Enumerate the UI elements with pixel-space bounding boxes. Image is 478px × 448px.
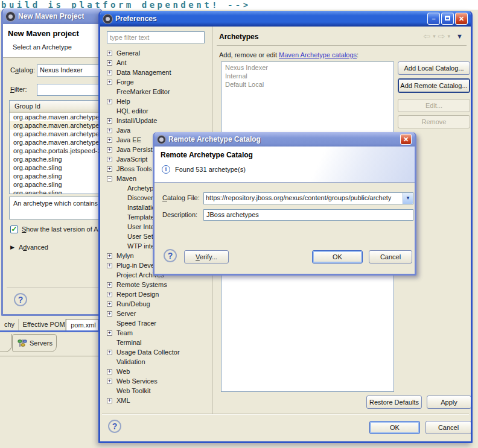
table-row[interactable]: org.apache.maven.archetypes — [10, 113, 100, 121]
preferences-titlebar[interactable]: Preferences – ✕ — [100, 11, 471, 27]
tree-expander-icon[interactable]: + — [107, 301, 112, 307]
help-icon[interactable]: ? — [108, 420, 121, 433]
tree-expander-icon[interactable]: + — [107, 147, 112, 153]
editor-tab[interactable]: Effective POM — [19, 319, 66, 331]
help-icon[interactable]: ? — [14, 293, 27, 306]
cancel-button[interactable]: Cancel — [425, 421, 471, 434]
tree-item[interactable]: Web Toolkit — [107, 386, 213, 396]
tree-expander-icon[interactable]: + — [107, 137, 112, 143]
tree-expander-icon[interactable]: + — [107, 311, 112, 317]
tree-item[interactable]: + XML — [107, 396, 213, 405]
table-row[interactable]: org.apache.sling — [10, 163, 100, 172]
catalog-list-item[interactable]: Nexus Indexer — [221, 63, 394, 72]
catalog-list-item[interactable]: Default Local — [221, 80, 394, 89]
tree-item[interactable]: + Web Services — [107, 376, 213, 386]
back-menu-caret-icon[interactable]: ▾ — [433, 33, 436, 39]
tree-item[interactable]: FreeMarker Editor — [107, 87, 213, 96]
catalog-combobox[interactable]: Nexus Indexer — [37, 65, 101, 77]
add-remote-catalog-button[interactable]: Add Remote Catalog... — [398, 78, 470, 93]
tree-item[interactable]: + Usage Data Collector — [107, 347, 213, 357]
tree-item[interactable]: + General — [107, 48, 213, 58]
tree-expander-icon[interactable]: + — [107, 51, 112, 56]
tree-expander-icon[interactable]: + — [107, 99, 112, 104]
tree-item[interactable]: + Report Design — [107, 289, 213, 299]
editor-tab[interactable]: pom.xml — [66, 319, 98, 331]
archetype-filter-input[interactable] — [37, 84, 101, 96]
back-icon[interactable]: ⇦ — [424, 31, 431, 41]
table-row[interactable]: org.apache.maven.archetypes — [10, 138, 100, 147]
tree-expander-icon[interactable]: + — [107, 80, 112, 85]
combo-dropdown-icon[interactable]: ▼ — [403, 193, 413, 204]
tree-item[interactable]: Validation — [107, 357, 213, 367]
tree-expander-icon[interactable]: + — [107, 330, 112, 336]
table-row[interactable]: org.apache.portals.jetspeed-2 — [10, 147, 100, 155]
maximize-button[interactable] — [441, 13, 454, 25]
new-maven-titlebar[interactable]: New Maven Project — [3, 8, 101, 24]
cancel-button[interactable]: Cancel — [369, 250, 412, 263]
forward-menu-caret-icon[interactable]: ▾ — [448, 33, 451, 39]
tree-item[interactable]: Speed Tracer — [107, 318, 213, 328]
table-row[interactable]: org.apache.sling — [10, 155, 100, 163]
tree-item[interactable]: + Remote Systems — [107, 280, 213, 289]
advanced-section[interactable]: ▶ Advanced — [10, 244, 48, 251]
remote-dialog-titlebar[interactable]: Remote Archetype Catalog ✕ — [155, 132, 415, 147]
table-row[interactable]: org.apache.sling — [10, 180, 100, 189]
show-last-version-checkbox[interactable]: ✓ — [10, 226, 18, 233]
tree-item[interactable]: + Ant — [107, 58, 213, 68]
group-id-column-header[interactable]: Group Id — [10, 101, 100, 113]
minimize-button[interactable]: – — [427, 13, 440, 25]
dialog-footer-separator — [102, 414, 469, 415]
tree-expander-icon[interactable]: − — [107, 176, 112, 181]
tree-expander-icon[interactable]: + — [107, 369, 112, 374]
tree-item[interactable]: + Team — [107, 328, 213, 338]
tree-item-label: General — [115, 49, 141, 57]
help-icon[interactable]: ? — [164, 249, 177, 262]
tree-item[interactable]: + Data Management — [107, 68, 213, 77]
restore-defaults-button[interactable]: Restore Defaults — [366, 396, 422, 409]
ok-button[interactable]: OK — [312, 250, 363, 263]
close-button[interactable]: ✕ — [455, 13, 468, 25]
table-row[interactable]: org.apache.sling — [10, 189, 100, 194]
tree-item[interactable]: + Install/Update — [107, 116, 213, 125]
table-row[interactable]: org.apache.maven.archetypes — [10, 121, 100, 130]
table-row[interactable]: org.apache.sling — [10, 172, 100, 180]
verify-button[interactable]: Verify... — [184, 250, 229, 263]
maven-archetype-catalogs-link[interactable]: Maven Archetype catalogs — [279, 51, 357, 58]
table-row[interactable]: org.apache.maven.archetypes — [10, 130, 100, 138]
catalog-file-combobox[interactable]: https://repository.jboss.org/nexus/conte… — [203, 192, 413, 204]
tree-item[interactable]: + Web — [107, 367, 213, 376]
tree-expander-icon[interactable]: + — [107, 60, 112, 66]
tree-expander-icon[interactable]: + — [107, 282, 112, 288]
tree-expander-icon[interactable]: + — [107, 70, 112, 75]
tree-item[interactable]: + Server — [107, 309, 213, 318]
close-button[interactable]: ✕ — [400, 134, 412, 145]
page-nav: ⇦ ▾ ⇨ ▾ ▼ — [424, 31, 463, 41]
tree-item[interactable]: + Run/Debug — [107, 299, 213, 309]
tree-filter-input[interactable] — [107, 31, 205, 43]
add-local-catalog-button[interactable]: Add Local Catalog... — [398, 62, 470, 75]
tree-expander-icon[interactable]: + — [107, 398, 112, 403]
tree-item[interactable]: HQL editor — [107, 106, 213, 116]
editor-tab[interactable]: chy — [0, 319, 19, 331]
description-input[interactable]: JBoss archetypes — [203, 209, 413, 221]
catalog-list-item[interactable]: Internal — [221, 72, 394, 80]
tree-expander-icon[interactable]: + — [107, 253, 112, 259]
ok-button[interactable]: OK — [369, 421, 420, 434]
tree-expander-icon[interactable]: + — [107, 157, 112, 162]
tree-item[interactable]: + Forge — [107, 77, 213, 87]
tree-expander-icon[interactable]: + — [107, 379, 112, 384]
tree-expander-icon[interactable]: + — [107, 118, 112, 124]
forward-icon[interactable]: ⇨ — [438, 31, 445, 41]
tree-expander-icon[interactable]: + — [107, 350, 112, 355]
tree-item[interactable]: + Help — [107, 96, 213, 106]
tree-expander-icon[interactable]: + — [107, 128, 112, 133]
tree-item[interactable]: Terminal — [107, 338, 213, 347]
remove-button[interactable]: Remove — [398, 115, 470, 128]
view-menu-icon[interactable]: ▼ — [456, 33, 463, 40]
tree-expander-icon[interactable]: + — [107, 166, 112, 172]
tab-servers[interactable]: Servers — [12, 334, 57, 352]
tree-expander-icon[interactable]: + — [107, 292, 112, 297]
edit-button[interactable]: Edit... — [398, 99, 470, 112]
tree-expander-icon[interactable]: + — [107, 263, 112, 268]
apply-button[interactable]: Apply — [427, 396, 471, 409]
